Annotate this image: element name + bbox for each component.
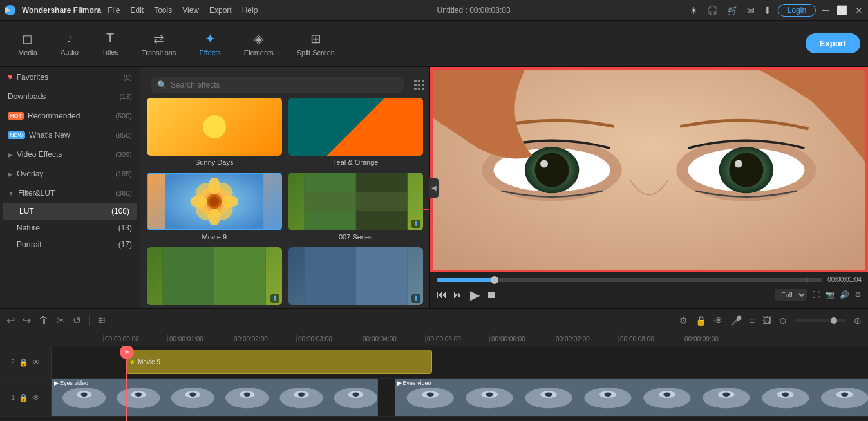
nav-overlay[interactable]: ▶ Overlay (185) (0, 164, 140, 183)
minimize-button[interactable]: ─ (822, 5, 829, 15)
heart-icon: ♥ (8, 72, 13, 82)
collapse-panel-button[interactable]: ◀ (429, 178, 439, 198)
eyes-clip-1[interactable]: ▶ Eyes video (52, 379, 378, 416)
tab-titles[interactable]: T Titles (91, 27, 129, 60)
svg-point-27 (535, 153, 569, 187)
delete-button[interactable]: 🗑 (39, 315, 49, 326)
split-screen-icon: ⊞ (310, 31, 321, 46)
sun-icon[interactable]: ☀ (690, 5, 698, 15)
menu-tools[interactable]: Tools (154, 6, 172, 15)
message-icon[interactable]: ✉ (747, 5, 755, 15)
track-lock-icon[interactable]: 🔒 (19, 358, 28, 367)
ruler-mark: 00:00:01:00 (167, 335, 232, 342)
menu-export[interactable]: Export (209, 6, 232, 15)
redo-button[interactable]: ↪ (23, 314, 31, 326)
skip-back-button[interactable]: ⏮ (437, 289, 447, 301)
volume-icon[interactable]: 🔊 (840, 290, 849, 299)
zoom-slider[interactable] (795, 319, 846, 322)
movie9-clip[interactable]: ★ Movie 9 (126, 350, 432, 374)
effect-movie9[interactable]: Movie 9 (147, 173, 282, 241)
sub-item-nature[interactable]: Nature (13) (0, 220, 140, 236)
login-button[interactable]: Login (778, 4, 816, 17)
effect-teal-orange[interactable]: Teal & Orange (288, 98, 424, 166)
audio-waveform-icon[interactable]: ≋ (97, 314, 106, 326)
maximize-button[interactable]: ⬜ (836, 5, 847, 15)
nav-recommended[interactable]: HOT Recommended (500) (0, 106, 140, 126)
sub-item-lut[interactable]: LUT (108) (3, 203, 137, 220)
quality-select[interactable]: Full 1/2 1/4 (775, 289, 807, 301)
tab-media[interactable]: ◻ Media (8, 27, 48, 61)
timeline: ↩ ↪ 🗑 ✂ ↺ ≋ ⚙ 🔒 👁 🎤 ≡ 🖼 ⊖ ⊕ 00:00:00:00 … (0, 308, 868, 421)
headphone-icon[interactable]: 🎧 (707, 5, 718, 15)
eyes-clip-2[interactable]: ▶ Eyes video (395, 379, 868, 416)
undo-button[interactable]: ↩ (6, 314, 15, 326)
settings-icon-2[interactable]: ⚙ (679, 315, 688, 326)
text-icon[interactable]: ≡ (750, 315, 755, 326)
chevron-right-icon: ▶ (8, 151, 13, 158)
image-icon[interactable]: 🖼 (762, 315, 771, 326)
track-1-eye-icon[interactable]: 👁 (32, 393, 40, 402)
ruler-mark: 00:00:02:00 (232, 335, 296, 342)
hot-badge: HOT (8, 112, 24, 120)
screenshot-icon[interactable]: 📷 (825, 290, 835, 299)
effect-sunny-days[interactable]: Sunny Days (147, 98, 282, 166)
svg-point-43 (189, 392, 196, 396)
fullscreen-icon[interactable]: ⛶ (812, 290, 820, 299)
nav-downloads[interactable]: Downloads (13) (0, 87, 140, 106)
ruler-mark: 00:00:05:00 (425, 335, 489, 342)
nav-whats-new[interactable]: NEW What's New (950) (0, 126, 140, 145)
frame-back-button[interactable]: ⏭ (453, 289, 464, 301)
stop-button[interactable]: ⏹ (486, 289, 496, 301)
nav-favorites[interactable]: ♥ Favorites (0) (0, 67, 140, 87)
play-button[interactable]: ▶ (470, 287, 480, 303)
download-icon[interactable]: ⬇ (764, 5, 771, 15)
titles-icon: T (106, 31, 114, 46)
search-input[interactable] (171, 80, 397, 89)
eye-icon[interactable]: 👁 (714, 315, 723, 326)
search-bar[interactable]: 🔍 (151, 77, 404, 93)
track-1-lock-icon[interactable]: 🔒 (19, 393, 28, 402)
tab-effects[interactable]: ✦ Effects (189, 27, 231, 61)
cart-icon[interactable]: 🛒 (727, 5, 738, 15)
effect-teal-orange-label: Teal & Orange (288, 158, 424, 166)
menu-view[interactable]: View (182, 6, 199, 15)
menu-file[interactable]: File (108, 6, 120, 15)
effect-007-series[interactable]: ⬇ 007 Series ▶ (288, 173, 424, 241)
clip-name-movie9: Movie 9 (138, 359, 160, 366)
nav-video-effects[interactable]: ▶ Video Effects (309) (0, 145, 140, 164)
track-eye-icon[interactable]: 👁 (32, 358, 40, 367)
tab-split-screen[interactable]: ⊞ Split Screen (287, 27, 345, 61)
grid-view-icon[interactable] (414, 80, 424, 90)
zoom-thumb[interactable] (831, 317, 837, 324)
progress-thumb[interactable] (491, 276, 498, 284)
effect-harry-potter[interactable]: ⬇ Harry Potter (147, 247, 282, 308)
elements-icon: ◈ (254, 31, 263, 46)
playhead: ✂ (126, 346, 127, 421)
svg-point-71 (722, 392, 730, 396)
track-num-1: 1 (11, 394, 15, 401)
voice-icon[interactable]: 🎤 (731, 315, 742, 326)
svg-point-68 (663, 392, 670, 396)
tab-transitions[interactable]: ⇄ Transitions (131, 27, 186, 61)
preview-progress-bar[interactable]: | | (437, 278, 822, 282)
nav-filter-lut[interactable]: ▼ Filter&LUT (360) (0, 183, 140, 203)
zoom-in-icon[interactable]: ⊕ (854, 315, 862, 326)
lock-icon[interactable]: 🔒 (695, 315, 706, 326)
video-effects-label: Video Effects (17, 150, 62, 159)
main-content: ♥ Favorites (0) Downloads (13) HOT Recom… (0, 67, 868, 308)
menu-edit[interactable]: Edit (130, 6, 144, 15)
history-button[interactable]: ↺ (73, 314, 81, 326)
menu-help[interactable]: Help (242, 6, 258, 15)
effect-cold-harsh[interactable]: ⬇ Cold & Harsh (288, 247, 424, 308)
tab-audio[interactable]: ♪ Audio (50, 27, 89, 60)
settings-icon[interactable]: ⚙ (854, 290, 862, 299)
tab-elements[interactable]: ◈ Elements (234, 27, 284, 61)
filter-lut-count: (360) (115, 189, 132, 197)
export-button[interactable]: Export (806, 33, 860, 53)
zoom-out-icon[interactable]: ⊖ (779, 315, 787, 326)
cut-button[interactable]: ✂ (57, 314, 65, 326)
sub-item-portrait[interactable]: Portrait (17) (0, 236, 140, 253)
svg-rect-18 (163, 247, 214, 305)
close-button[interactable]: ✕ (855, 5, 863, 15)
effect-movie9-label: Movie 9 (147, 233, 282, 241)
